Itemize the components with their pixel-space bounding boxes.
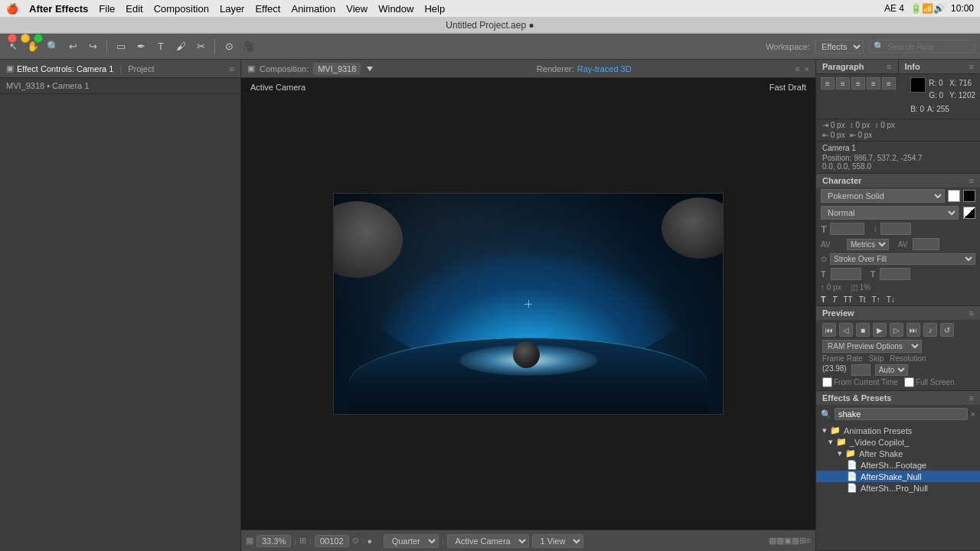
character-header[interactable]: Character ≡ [816,174,980,187]
comp-dropdown-icon[interactable] [367,67,373,71]
prev-frame-btn[interactable]: ◁ [839,323,853,337]
clone-tool[interactable]: ✂ [192,38,209,55]
resolution-val-select[interactable]: Auto [875,364,908,376]
small-planet [513,341,540,368]
super-btn[interactable]: T↑ [872,295,880,304]
panel-menu-icon[interactable]: ≡ [230,64,234,73]
comp-tb-sep1: | [294,536,296,546]
view-select[interactable]: 1 View [532,534,583,548]
character-menu[interactable]: ≡ [969,176,974,185]
paragraph-menu[interactable]: ≡ [887,62,891,71]
tree-pro-null-file[interactable]: 📄 AfterSh...Pro_Null [816,482,980,494]
kerning-select[interactable]: Metrics [847,239,889,250]
font-select[interactable]: Pokemon Solid [821,189,945,203]
align-left-btn[interactable]: ≡ [821,77,835,90]
audio-btn[interactable]: ♪ [923,323,937,337]
preview-menu[interactable]: ≡ [969,308,974,318]
close-button[interactable] [8,34,17,43]
style-select[interactable]: Normal [821,206,959,220]
comp-panel-menu[interactable]: ≡ [795,64,799,73]
stroke-row: ⊙ Stroke Over Fill [816,252,980,266]
menu-effect[interactable]: Effect [255,3,280,15]
stroke-color[interactable] [963,190,975,202]
stop-btn[interactable]: ■ [856,323,870,337]
maximize-button[interactable] [34,34,43,43]
pen-tool[interactable]: ✒ [132,38,149,55]
composition-canvas[interactable] [333,193,724,415]
next-frame-btn[interactable]: ▷ [890,323,903,337]
full-screen-checkbox[interactable] [904,377,914,387]
sub-btn[interactable]: T↓ [887,295,895,304]
tree-footage-file[interactable]: 📄 AfterSh...Footage [816,459,980,471]
menu-edit[interactable]: Edit [126,3,142,15]
ram-preview-select[interactable]: RAM Preview Options [822,340,922,353]
project-tab[interactable]: Project [128,64,154,73]
stroke-select[interactable]: Stroke Over Fill [830,253,975,265]
comp-tb-preview-icon[interactable]: ⊙ [352,536,359,546]
leading-input[interactable]: Auto [880,223,911,235]
align-center-btn[interactable]: ≡ [836,77,850,90]
effects-search-input[interactable] [835,408,968,420]
menu-animation[interactable]: Animation [291,3,335,15]
comp-panel-close[interactable]: × [805,64,809,73]
justify-btn[interactable]: ≡ [867,77,880,90]
menu-composition[interactable]: Composition [154,3,209,15]
all-caps-btn[interactable]: TT [843,295,852,304]
renderer-value[interactable]: Ray-traced 3D [577,64,632,73]
play-btn[interactable]: ▶ [873,323,887,337]
menu-layer[interactable]: Layer [220,3,245,15]
from-current-checkbox[interactable] [822,377,832,387]
info-menu[interactable]: ≡ [969,62,974,71]
tracking-input[interactable]: 132 [913,238,939,250]
tree-after-shake[interactable]: ▾ 📁 After Shake [816,448,980,459]
align-right-btn[interactable]: ≡ [851,77,865,90]
full-screen-check[interactable]: Full Screen [904,377,955,387]
workspace-select[interactable]: Effects [815,40,864,54]
tree-video-copilot[interactable]: ▾ 📁 _Video Copilot_ [816,436,980,448]
fill-color[interactable] [948,190,960,202]
menu-file[interactable]: File [99,3,115,15]
zoom-display[interactable]: 33.3% [256,535,291,547]
vscale-input[interactable]: 97% [880,268,910,280]
paint-tool[interactable]: 🖌 [172,38,189,55]
camera-select[interactable]: Active Camera [447,534,529,548]
top-panel-tabs: Paragraph ≡ Info ≡ [816,60,980,74]
effects-search-clear[interactable]: × [971,409,975,419]
menu-help[interactable]: Help [424,3,445,15]
hscale-input[interactable]: 100% [831,268,861,280]
redo-btn[interactable]: ↪ [84,38,101,55]
camera-tool[interactable]: 🎥 [240,38,257,55]
menu-window[interactable]: Window [378,3,413,15]
skip-input[interactable]: 0 [851,364,871,376]
roto-tool[interactable]: ⊙ [220,38,237,55]
apple-menu[interactable]: 🍎 [6,3,18,15]
rect-tool[interactable]: ▭ [113,38,129,55]
from-current-check[interactable]: From Current Time [822,377,898,387]
resolution-select[interactable]: Quarter Half Full [384,534,439,548]
effects-presets-header[interactable]: Effects & Presets ≡ [816,391,980,405]
effect-controls-tab[interactable]: Effect Controls: Camera 1 [17,64,113,73]
effects-presets-label: Effects & Presets [822,393,892,403]
effects-presets-menu[interactable]: ≡ [969,393,974,403]
font-size-input[interactable]: 42 px [830,223,864,235]
zoom-tool[interactable]: 🔍 [44,38,61,55]
justify-full-btn[interactable]: ≡ [882,77,896,90]
search-input[interactable] [887,42,964,51]
text-tool[interactable]: T [152,38,169,55]
tree-animation-presets[interactable]: ▾ 📁 Animation Presets [816,425,980,436]
menu-view[interactable]: View [346,3,368,15]
comp-name[interactable]: MVI_9318 [313,63,361,75]
tree-null-file-selected[interactable]: 📄 AfterShake_Null [816,471,980,482]
preview-header[interactable]: Preview ≡ [816,306,980,320]
last-frame-btn[interactable]: ⏭ [906,323,920,337]
loop-btn[interactable]: ↺ [940,323,954,337]
bold-btn[interactable]: T [821,295,826,304]
fill-stroke-swatch[interactable] [963,207,975,219]
first-frame-btn[interactable]: ⏮ [822,323,836,337]
undo-btn[interactable]: ↩ [64,38,81,55]
info-rgba: R: 0 G: 0 X: 716 Y: 1202 B: 0 A: 255 [910,77,975,116]
timecode-display[interactable]: 00102 [315,535,349,547]
italic-btn[interactable]: T [832,295,838,304]
small-caps-btn[interactable]: Tt [859,295,866,304]
minimize-button[interactable] [21,34,30,43]
